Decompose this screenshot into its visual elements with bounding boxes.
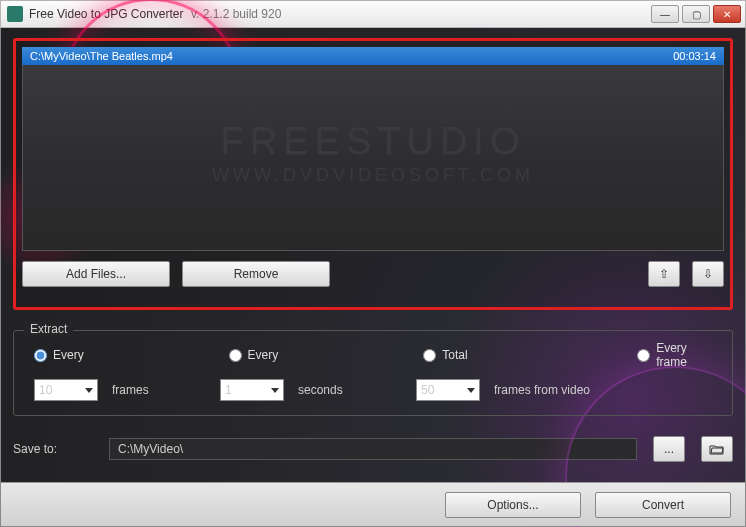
watermark-brand: FREESTUDIO bbox=[23, 120, 723, 163]
radio-every-frame[interactable]: Every frame bbox=[637, 341, 718, 369]
file-list-item[interactable]: C:\MyVideo\The Beatles.mp4 00:03:14 bbox=[22, 47, 724, 65]
chevron-down-icon bbox=[271, 388, 279, 393]
radio-every-frames-input[interactable] bbox=[34, 349, 47, 362]
file-path-text: C:\MyVideo\The Beatles.mp4 bbox=[30, 50, 673, 62]
select-every-seconds-value: 1 bbox=[225, 383, 232, 397]
unit-seconds: seconds bbox=[298, 383, 402, 397]
select-every-seconds[interactable]: 1 bbox=[220, 379, 284, 401]
add-files-button[interactable]: Add Files... bbox=[22, 261, 170, 287]
unit-frames: frames bbox=[112, 383, 206, 397]
minimize-button[interactable]: — bbox=[651, 5, 679, 23]
radio-every-seconds-label: Every bbox=[248, 348, 279, 362]
chevron-down-icon bbox=[85, 388, 93, 393]
convert-button[interactable]: Convert bbox=[595, 492, 731, 518]
move-up-button[interactable]: ⇧ bbox=[648, 261, 680, 287]
remove-button[interactable]: Remove bbox=[182, 261, 330, 287]
close-button[interactable]: ✕ bbox=[713, 5, 741, 23]
window-title: Free Video to JPG Converter v. 2.1.2 bui… bbox=[29, 7, 651, 21]
maximize-button[interactable]: ▢ bbox=[682, 5, 710, 23]
select-total-frames-value: 50 bbox=[421, 383, 434, 397]
app-name-text: Free Video to JPG Converter bbox=[29, 7, 184, 21]
file-duration-text: 00:03:14 bbox=[673, 50, 716, 62]
open-folder-button[interactable] bbox=[701, 436, 733, 462]
select-total-frames[interactable]: 50 bbox=[416, 379, 480, 401]
extract-legend: Extract bbox=[24, 322, 73, 336]
footer-bar: Options... Convert bbox=[1, 482, 745, 526]
extract-group: Extract Every Every Total Every frame 10 bbox=[13, 330, 733, 416]
radio-total-input[interactable] bbox=[423, 349, 436, 362]
move-down-button[interactable]: ⇩ bbox=[692, 261, 724, 287]
save-path-input[interactable] bbox=[109, 438, 637, 460]
options-button[interactable]: Options... bbox=[445, 492, 581, 518]
radio-every-frames[interactable]: Every bbox=[34, 341, 189, 369]
radio-every-frame-input[interactable] bbox=[637, 349, 650, 362]
app-body: C:\MyVideo\The Beatles.mp4 00:03:14 FREE… bbox=[0, 28, 746, 527]
file-list-background: FREESTUDIO WWW.DVDVIDEOSOFT.COM bbox=[22, 65, 724, 251]
watermark-url: WWW.DVDVIDEOSOFT.COM bbox=[23, 165, 723, 186]
unit-frames-from-video: frames from video bbox=[494, 383, 590, 397]
folder-open-icon bbox=[709, 443, 725, 455]
select-every-frames[interactable]: 10 bbox=[34, 379, 98, 401]
select-every-frames-value: 10 bbox=[39, 383, 52, 397]
radio-every-seconds[interactable]: Every bbox=[229, 341, 384, 369]
radio-every-frames-label: Every bbox=[53, 348, 84, 362]
chevron-down-icon bbox=[467, 388, 475, 393]
app-icon bbox=[7, 6, 23, 22]
save-to-label: Save to: bbox=[13, 442, 93, 456]
window-titlebar: Free Video to JPG Converter v. 2.1.2 bui… bbox=[0, 0, 746, 28]
file-panel-highlight: C:\MyVideo\The Beatles.mp4 00:03:14 FREE… bbox=[13, 38, 733, 310]
browse-button[interactable]: ... bbox=[653, 436, 685, 462]
radio-total[interactable]: Total bbox=[423, 341, 597, 369]
app-version-text: v. 2.1.2 build 920 bbox=[191, 7, 282, 21]
radio-every-seconds-input[interactable] bbox=[229, 349, 242, 362]
radio-every-frame-label: Every frame bbox=[656, 341, 718, 369]
save-row: Save to: ... bbox=[13, 436, 733, 462]
radio-total-label: Total bbox=[442, 348, 467, 362]
